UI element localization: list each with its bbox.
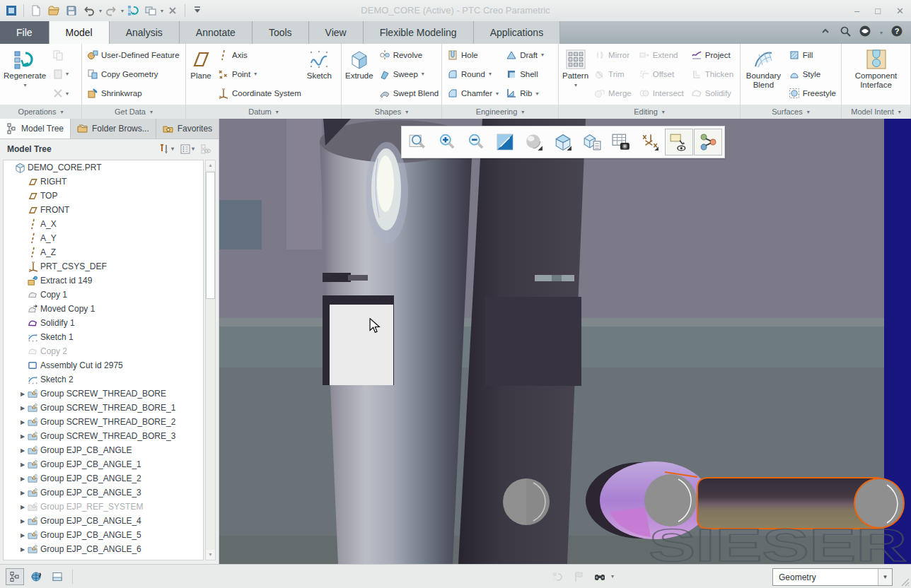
tab-view[interactable]: View <box>309 21 364 44</box>
expand-arrow-icon[interactable]: ▶ <box>18 433 28 440</box>
expand-arrow-icon[interactable]: ▶ <box>18 518 28 524</box>
tree-item-sketch-2[interactable]: Sketch 2 <box>4 372 203 387</box>
highlighted-face[interactable] <box>330 305 393 385</box>
chamfer-dropdown-icon[interactable]: ▾ <box>496 90 499 97</box>
help-icon[interactable]: ? <box>891 25 903 40</box>
pattern-button[interactable]: Pattern▾ <box>560 45 591 104</box>
tree-item-group-screw-thread-bore[interactable]: ▶Group SCREW_THREAD_BORE <box>4 387 203 401</box>
redo-dropdown-icon[interactable]: ▾ <box>121 8 124 14</box>
redo-icon[interactable] <box>103 2 120 19</box>
scroll-down-icon[interactable]: ▼ <box>206 550 215 560</box>
expand-arrow-icon[interactable]: ▶ <box>18 461 28 468</box>
tree-item-moved-copy-1[interactable]: Moved Copy 1 <box>4 302 203 316</box>
tab-analysis[interactable]: Analysis <box>110 21 180 44</box>
tab-file[interactable]: File <box>0 21 50 44</box>
saved-orientations-button[interactable] <box>607 129 635 155</box>
tab-flexible-modeling[interactable]: Flexible Modeling <box>364 21 474 44</box>
resource-center-dropdown-icon[interactable]: ▾ <box>880 30 883 36</box>
search-model-button[interactable] <box>591 568 609 585</box>
group-label-model-intent[interactable]: Model Intent▾ <box>842 105 911 119</box>
tree-item-copy-1[interactable]: Copy 1 <box>4 288 203 302</box>
coordinate-system-button[interactable]: Coordinate System <box>216 85 303 102</box>
tree-item-group-ejp-cb-angle-1[interactable]: ▶Group EJP_CB_ANGLE_1 <box>4 457 203 471</box>
navigator-toggle-button[interactable] <box>6 568 24 585</box>
mirror-button[interactable]: Mirror <box>592 46 634 64</box>
tree-columns-icon[interactable]: ▾ <box>180 143 195 155</box>
expand-arrow-icon[interactable]: ▶ <box>18 447 28 454</box>
tree-item-prt-csys-def[interactable]: PRT_CSYS_DEF <box>4 259 203 274</box>
user-defined-feature-button[interactable]: User-Defined Feature <box>85 46 182 64</box>
show-annotations-icon[interactable] <box>200 143 211 155</box>
undo-icon[interactable] <box>81 2 98 19</box>
tree-item-front[interactable]: FRONT <box>4 203 203 217</box>
draft-dropdown-icon[interactable]: ▾ <box>541 52 544 58</box>
sketch-button[interactable]: Sketch <box>305 45 334 104</box>
tree-item-group-ejp-ref-system[interactable]: ▶Group EJP_REF_SYSTEM <box>4 500 203 514</box>
swept-blend-button[interactable]: Swept Blend <box>377 85 441 102</box>
group-label-editing[interactable]: Editing▾ <box>559 105 741 119</box>
expand-arrow-icon[interactable]: ▶ <box>18 391 28 397</box>
regenerate-dropdown-icon[interactable]: ▾ <box>24 81 27 90</box>
customize-toolbar-icon[interactable] <box>189 2 206 19</box>
close-button[interactable]: ✕ <box>896 6 904 16</box>
group-dropdown-icon[interactable]: ▾ <box>521 109 524 115</box>
tree-item-a-y[interactable]: A_Y <box>4 231 203 245</box>
extend-button[interactable]: Extend <box>637 46 686 64</box>
round-dropdown-icon[interactable]: ▾ <box>489 71 492 77</box>
regenerate-small-icon[interactable] <box>124 2 141 19</box>
axis-button[interactable]: Axis <box>216 46 303 64</box>
zoom-refit-button[interactable] <box>404 129 432 155</box>
tree-item-group-ejp-cb-angle-3[interactable]: ▶Group EJP_CB_ANGLE_3 <box>4 486 203 500</box>
plane-button[interactable]: Plane <box>187 45 214 104</box>
component-interface-button[interactable]: Component Interface <box>843 45 909 104</box>
paste-button[interactable]: ▾ <box>50 65 71 83</box>
group-label-engineering[interactable]: Engineering▾ <box>442 105 559 119</box>
undo-dropdown-icon[interactable]: ▾ <box>99 8 102 14</box>
boss-end-cap[interactable] <box>644 474 697 527</box>
revolve-button[interactable]: Revolve <box>377 46 441 64</box>
tree-item-a-x[interactable]: A_X <box>4 217 203 231</box>
expand-arrow-icon[interactable]: ▶ <box>18 546 28 553</box>
project-button[interactable]: Project <box>689 46 736 64</box>
delete-button[interactable]: ▾ <box>50 85 71 102</box>
trim-button[interactable]: Trim <box>592 65 634 83</box>
tree-item-demo-core-prt[interactable]: DEMO_CORE.PRT <box>4 160 203 175</box>
full-screen-toggle-button[interactable] <box>48 568 66 585</box>
round-button[interactable]: Round▾ <box>445 65 501 83</box>
window-switch-icon[interactable] <box>142 2 159 19</box>
tree-item-right[interactable]: RIGHT <box>4 175 203 189</box>
dark-pocket-face[interactable] <box>485 297 581 386</box>
view-manager-button[interactable] <box>578 129 606 155</box>
open-file-icon[interactable] <box>45 2 62 19</box>
tree-item-group-ejp-cb-angle-2[interactable]: ▶Group EJP_CB_ANGLE_2 <box>4 471 203 486</box>
draft-button[interactable]: Draft▾ <box>504 46 546 64</box>
sweep-button[interactable]: Sweep▾ <box>377 65 441 83</box>
close-window-icon[interactable] <box>164 2 181 19</box>
pattern-dropdown-icon[interactable]: ▾ <box>574 81 577 90</box>
resize-grip[interactable] <box>901 578 910 587</box>
group-dropdown-icon[interactable]: ▾ <box>276 109 279 115</box>
fill-button[interactable]: Fill <box>787 46 838 64</box>
scroll-up-icon[interactable]: ▲ <box>206 160 215 170</box>
regenerate-status-button[interactable] <box>548 568 567 585</box>
tree-item-group-ejp-cb-angle[interactable]: ▶Group EJP_CB_ANGLE <box>4 443 203 457</box>
paste-dropdown-icon[interactable]: ▾ <box>66 71 69 77</box>
maximize-button[interactable]: □ <box>875 6 881 16</box>
search-icon[interactable] <box>840 25 851 40</box>
group-dropdown-icon[interactable]: ▾ <box>60 109 63 115</box>
navigator-tab-favorites[interactable]: Favorites <box>156 119 219 139</box>
offset-button[interactable]: Offset <box>637 65 686 83</box>
rib-dropdown-icon[interactable]: ▾ <box>535 90 538 97</box>
tree-filters-icon[interactable]: ▾ <box>159 143 174 155</box>
tree-item-solidify-1[interactable]: Solidify 1 <box>4 316 203 330</box>
chamfer-button[interactable]: Chamfer▾ <box>445 85 501 102</box>
app-window-icon[interactable] <box>3 2 20 19</box>
scrollbar-thumb[interactable] <box>206 172 215 299</box>
group-label-shapes[interactable]: Shapes▾ <box>342 105 442 119</box>
web-browser-toggle-button[interactable] <box>27 568 45 585</box>
expand-arrow-icon[interactable]: ▶ <box>18 490 28 496</box>
datum-display-button[interactable] <box>636 129 664 155</box>
style-button[interactable]: Style <box>787 65 838 83</box>
tree-item-group-ejp-cb-angle-4[interactable]: ▶Group EJP_CB_ANGLE_4 <box>4 514 203 528</box>
freestyle-button[interactable]: Freestyle <box>787 85 838 102</box>
